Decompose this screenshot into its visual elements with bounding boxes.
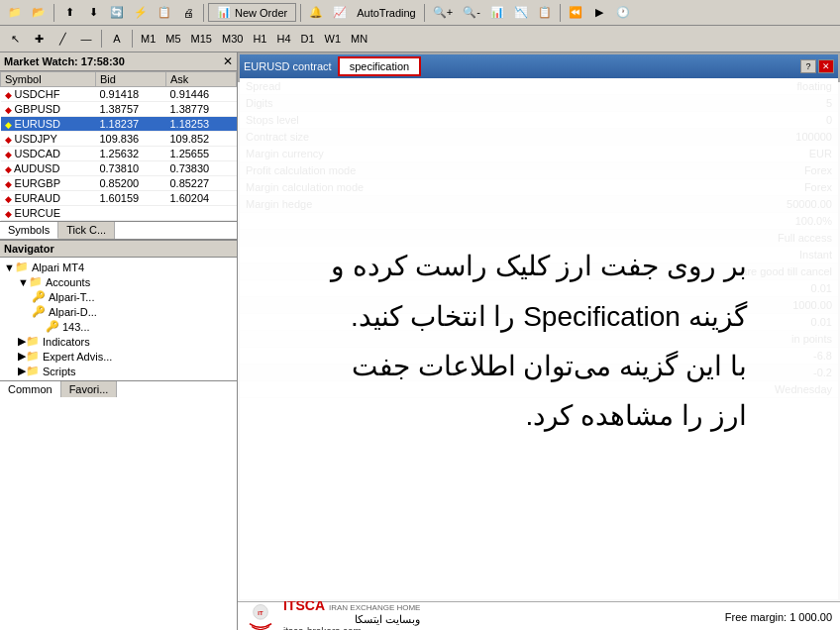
tb-tf-mn[interactable]: MN — [347, 28, 371, 50]
new-order-button[interactable]: 📊 New Order — [208, 3, 296, 22]
spec-close-button[interactable]: ✕ — [818, 59, 834, 73]
bid-cell: 0.73810 — [95, 161, 165, 176]
nav-tree-item[interactable]: 🔑 Alpari-D... — [2, 304, 235, 319]
tb-tf-m15[interactable]: M15 — [187, 28, 216, 50]
tb-tf-w1[interactable]: W1 — [321, 28, 346, 50]
tb-cursor[interactable]: ↖ — [4, 28, 26, 50]
main-layout: Market Watch: 17:58:30 ✕ Symbol Bid Ask … — [0, 52, 840, 630]
nav-item-label: Alpari MT4 — [32, 262, 84, 273]
sep2 — [203, 4, 204, 22]
tb-btn-7[interactable]: 📋 — [154, 2, 175, 24]
nav-tree-item[interactable]: 🔑 Alpari-T... — [2, 289, 235, 304]
spec-window-title: EURUSD contract — [244, 60, 332, 72]
tb-btn-9[interactable]: 🔔 — [305, 2, 327, 24]
market-watch-row[interactable]: ◆ USDCHF 0.91418 0.91446 — [1, 87, 237, 102]
market-watch-row[interactable]: ◆ EURCUE — [1, 206, 237, 221]
nav-tree-item[interactable]: 🔑 143... — [2, 319, 235, 334]
symbol-direction-icon: ◆ — [5, 90, 12, 100]
tb-hline[interactable]: — — [75, 28, 97, 50]
tb-right-2[interactable]: ▶ — [588, 2, 610, 24]
market-watch-row[interactable]: ◆ EURGBP 0.85200 0.85227 — [1, 176, 237, 191]
market-watch-row[interactable]: ◆ EURAUD 1.60159 1.60204 — [1, 191, 237, 206]
market-watch-row[interactable]: ◆ EURUSD 1.18237 1.18253 — [1, 117, 237, 132]
logo-text: ITSCA IRAN EXCHANGE HOME وبسایت ایتسکا i… — [283, 597, 420, 631]
tb-tf-h4[interactable]: H4 — [272, 28, 294, 50]
market-watch-close-button[interactable]: ✕ — [223, 54, 233, 68]
tb-tf-m1[interactable]: M1 — [137, 28, 159, 50]
tab-symbols[interactable]: Symbols — [0, 222, 58, 239]
ask-cell: 0.85227 — [165, 176, 236, 191]
market-watch-row[interactable]: ◆ USDCAD 1.25632 1.25655 — [1, 147, 237, 161]
tb-text[interactable]: A — [106, 28, 128, 50]
nav-item-label: Indicators — [43, 336, 90, 348]
market-watch-row[interactable]: ◆ USDJPY 109.836 109.852 — [1, 132, 237, 147]
nav-tab-favori[interactable]: Favori... — [61, 381, 118, 397]
market-watch-row[interactable]: ◆ GBPUSD 1.38757 1.38779 — [1, 102, 237, 117]
tb-btn-8[interactable]: 🖨 — [177, 2, 199, 24]
sep4 — [424, 4, 425, 22]
market-watch-panel: Market Watch: 17:58:30 ✕ Symbol Bid Ask … — [0, 52, 237, 241]
tb-btn-2[interactable]: 📂 — [28, 2, 50, 24]
market-watch-row[interactable]: ◆ AUDUSD 0.73810 0.73830 — [1, 161, 237, 176]
nav-tree-item[interactable]: ▼ 📁 Alpari MT4 — [2, 260, 235, 274]
tab-tick[interactable]: Tick C... — [58, 222, 115, 239]
logo-site-label: وبسایت ایتسکا — [283, 613, 420, 626]
logo-area: IT ITSCA IRAN EXCHANGE HOME وبسایت ایتسک… — [238, 601, 840, 630]
spec-help-button[interactable]: ? — [800, 59, 816, 73]
logo-tagline: IRAN EXCHANGE HOME — [329, 603, 420, 612]
nav-folder-icon: 🔑 — [46, 320, 59, 333]
market-watch-tabs: Symbols Tick C... — [0, 221, 237, 239]
new-order-icon: 📊 — [217, 6, 231, 19]
toolbar-row-1: 📁 📂 ⬆ ⬇ 🔄 ⚡ 📋 🖨 📊 New Order 🔔 📈 AutoTrad… — [0, 0, 840, 26]
tb-line[interactable]: ╱ — [52, 28, 73, 50]
nav-expand-icon: ▶ — [18, 350, 26, 363]
ask-cell: 109.852 — [165, 132, 236, 147]
tb-btn-4[interactable]: ⬇ — [82, 2, 104, 24]
tb-chart-1[interactable]: 📊 — [486, 2, 508, 24]
overlay-line2: گزینه Specification را انتخاب کنید. — [331, 292, 746, 342]
ask-cell: 0.73830 — [165, 161, 236, 176]
nav-tree-item[interactable]: ▶ 📁 Indicators — [2, 334, 235, 349]
spec-tab-specification[interactable]: specification — [338, 56, 422, 76]
nav-folder-icon: 📁 — [26, 365, 40, 377]
svg-text:IT: IT — [258, 609, 263, 615]
spec-controls: ? ✕ — [800, 59, 834, 73]
nav-folder-icon: 📁 — [26, 350, 40, 363]
left-panel: Market Watch: 17:58:30 ✕ Symbol Bid Ask … — [0, 52, 238, 630]
navigator-tabs: Common Favori... — [0, 380, 237, 397]
tb-btn-1[interactable]: 📁 — [4, 2, 26, 24]
tb-clock[interactable]: 🕐 — [612, 2, 634, 24]
autotrading-button[interactable]: AutoTrading — [353, 2, 420, 24]
status-bar: Free margin: 1 000.00 — [725, 611, 832, 623]
nav-tab-common[interactable]: Common — [0, 381, 61, 397]
tb-tf-h1[interactable]: H1 — [249, 28, 270, 50]
tb-zoom-out[interactable]: 🔍- — [459, 2, 484, 24]
symbol-cell: ◆ EURAUD — [1, 191, 96, 206]
tb-crosshair[interactable]: ✚ — [28, 28, 50, 50]
nav-expand-icon: ▶ — [18, 365, 26, 377]
tb-btn-10[interactable]: 📈 — [329, 2, 351, 24]
nav-tree-item[interactable]: ▶ 📁 Expert Advis... — [2, 349, 235, 364]
tb-right-1[interactable]: ⏪ — [565, 2, 586, 24]
ask-cell: 1.25655 — [165, 147, 236, 161]
bid-cell — [95, 206, 165, 221]
tb-zoom-in[interactable]: 🔍+ — [429, 2, 457, 24]
tb-btn-6[interactable]: ⚡ — [130, 2, 152, 24]
nav-expand-icon: ▼ — [18, 276, 29, 288]
bid-cell: 1.60159 — [95, 191, 165, 206]
nav-tree-item[interactable]: ▶ 📁 Scripts — [2, 364, 235, 378]
nav-tree-item[interactable]: ▼ 📁 Accounts — [2, 274, 235, 289]
tb-btn-5[interactable]: 🔄 — [106, 2, 128, 24]
tb-chart-3[interactable]: 📋 — [534, 2, 556, 24]
bid-cell: 0.91418 — [95, 87, 165, 102]
nav-folder-icon: 📁 — [15, 261, 29, 273]
nav-expand-icon: ▼ — [4, 262, 15, 273]
tb-tf-m30[interactable]: M30 — [218, 28, 247, 50]
tb-btn-3[interactable]: ⬆ — [58, 2, 80, 24]
ask-cell: 1.38779 — [165, 102, 236, 117]
tb-tf-m5[interactable]: M5 — [161, 28, 184, 50]
tb-chart-2[interactable]: 📉 — [510, 2, 532, 24]
nav-folder-icon: 🔑 — [32, 305, 46, 318]
logo-icon: IT — [246, 603, 275, 631]
tb-tf-d1[interactable]: D1 — [297, 28, 319, 50]
